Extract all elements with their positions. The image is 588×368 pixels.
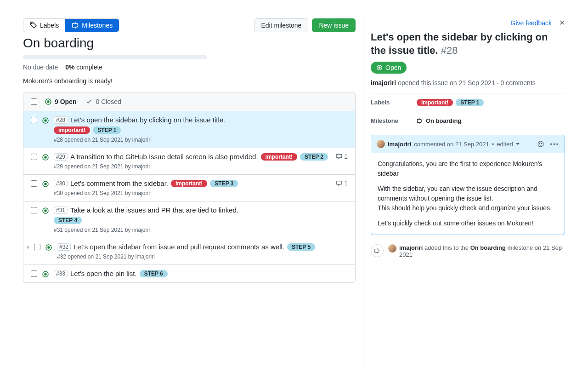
issue-subtext: #29 opened on 21 Sep 2021 by imajoriri xyxy=(54,163,331,170)
tag-icon xyxy=(30,22,37,29)
milestone-description: Mokuren's onboarding is ready! xyxy=(23,77,356,85)
svg-point-2 xyxy=(47,101,49,103)
percent-complete: 0% xyxy=(65,63,74,71)
issue-title[interactable]: Take a look at the issues and PR that ar… xyxy=(70,206,238,214)
svg-point-17 xyxy=(538,141,543,147)
closed-count[interactable]: 0 Closed xyxy=(85,98,121,105)
label-pill[interactable]: STEP 3 xyxy=(210,180,238,187)
comment-count[interactable]: 1 xyxy=(336,179,348,187)
new-issue-button[interactable]: New issue xyxy=(312,18,356,32)
issue-row[interactable]: #30Let's comment from the sidebar.import… xyxy=(23,174,355,201)
issue-subtext: #31 opened on 21 Sep 2021 by imajoriri xyxy=(54,227,348,233)
svg-point-16 xyxy=(379,67,380,69)
label-pill[interactable]: STEP 6 xyxy=(140,270,168,277)
issue-open-icon xyxy=(376,64,383,71)
labels-row: Labels important!STEP 1 xyxy=(371,93,565,112)
label-pill[interactable]: important! xyxy=(171,180,207,187)
issue-list-header: 9 Open 0 Closed xyxy=(23,92,355,111)
label-pill[interactable]: important! xyxy=(261,153,297,161)
smiley-icon[interactable] xyxy=(537,140,544,148)
timeline-item: imajoriri added this to the On boarding … xyxy=(371,244,565,258)
issue-open-icon xyxy=(42,154,49,161)
issue-row[interactable]: #31Take a look at the issues and PR that… xyxy=(23,201,355,238)
milestone-icon xyxy=(72,22,79,29)
milestones-tab-label: Milestones xyxy=(82,22,113,29)
state-badge: Open xyxy=(371,62,407,74)
sidebar-title: Let's open the sidebar by clicking on th… xyxy=(371,31,565,57)
open-count[interactable]: 9 Open xyxy=(45,98,76,105)
avatar[interactable] xyxy=(388,244,396,253)
milestone-icon xyxy=(374,247,380,254)
svg-point-14 xyxy=(45,273,46,275)
label-pill[interactable]: STEP 1 xyxy=(456,99,484,106)
row-checkbox[interactable] xyxy=(31,270,37,277)
issue-title[interactable]: Let's comment from the sidebar. xyxy=(70,179,168,187)
issue-subtext: #30 opened on 21 Sep 2021 by imajoriri xyxy=(54,190,331,196)
sidebar: Give feedback ✕ Let's open the sidebar b… xyxy=(363,18,565,368)
avatar[interactable] xyxy=(377,140,385,148)
give-feedback-link[interactable]: Give feedback xyxy=(511,19,552,27)
label-pill[interactable]: important! xyxy=(417,99,453,106)
issue-row[interactable]: #28Let's open the sidebar by clicking on… xyxy=(23,111,355,148)
timeline-milestone-link[interactable]: On boarding xyxy=(470,244,506,251)
issue-open-icon xyxy=(42,117,49,124)
milestones-tab[interactable]: Milestones xyxy=(65,19,119,32)
issue-title[interactable]: A transition to the GitHub Issue detail … xyxy=(70,153,258,161)
label-pill[interactable]: STEP 2 xyxy=(300,153,328,161)
main-panel: Labels Milestones Edit milestone New iss… xyxy=(23,18,356,368)
comment-author[interactable]: imajoriri xyxy=(388,141,411,148)
label-pill[interactable]: important! xyxy=(54,126,90,134)
caret-down-icon[interactable] xyxy=(516,142,520,146)
comment: imajoriri commented on 21 Sep 2021 • edi… xyxy=(371,135,565,235)
row-checkbox[interactable] xyxy=(34,244,40,250)
issue-number: #29 xyxy=(54,153,68,161)
edited-dropdown[interactable]: edited xyxy=(497,141,513,148)
drag-handle-icon[interactable]: ⠿ xyxy=(26,246,29,251)
issue-row[interactable]: ⠿#32Let's open the sidebar from issue an… xyxy=(23,238,355,264)
labels-tab[interactable]: Labels xyxy=(23,19,65,32)
row-checkbox[interactable] xyxy=(31,117,37,123)
label-pill[interactable]: STEP 1 xyxy=(93,126,121,134)
sidebar-author[interactable]: imajoriri xyxy=(371,79,396,86)
issue-open-icon xyxy=(42,180,49,188)
comment-header: imajoriri commented on 21 Sep 2021 • edi… xyxy=(371,135,565,153)
svg-point-19 xyxy=(542,143,543,144)
milestone-meta: No due date 0% complete xyxy=(23,63,356,71)
labels-tab-label: Labels xyxy=(40,22,59,29)
sidebar-meta: imajoriri opened this issue on 21 Sep 20… xyxy=(371,79,565,93)
issue-number: #33 xyxy=(54,270,68,277)
milestone-link[interactable]: On boarding xyxy=(426,117,461,124)
edit-milestone-button[interactable]: Edit milestone xyxy=(254,18,308,32)
svg-point-12 xyxy=(48,247,50,248)
milestone-icon xyxy=(417,118,423,124)
issue-list: 9 Open 0 Closed #28Let's open the sideba… xyxy=(23,92,356,283)
timeline-badge xyxy=(371,244,384,257)
issue-row[interactable]: #33Let's open the pin list.STEP 6 xyxy=(23,264,355,282)
kebab-icon[interactable]: ••• xyxy=(550,141,559,148)
issue-title[interactable]: Let's open the sidebar by clicking on th… xyxy=(70,116,225,124)
issue-open-icon xyxy=(45,244,52,251)
milestone-row: Milestone On boarding xyxy=(371,112,565,130)
issue-subtext: #32 opened on 21 Sep 2021 by imajoriri xyxy=(57,253,348,260)
issue-row[interactable]: #29A transition to the GitHub Issue deta… xyxy=(23,148,355,174)
issue-number: #32 xyxy=(57,243,71,251)
close-icon[interactable]: ✕ xyxy=(559,18,565,27)
comment-count[interactable]: 1 xyxy=(336,153,348,160)
comment-icon xyxy=(336,180,342,186)
row-checkbox[interactable] xyxy=(31,207,37,213)
issue-open-icon xyxy=(42,207,49,214)
issue-open-icon xyxy=(42,270,49,278)
svg-point-4 xyxy=(45,120,46,121)
row-checkbox[interactable] xyxy=(31,154,37,160)
label-pill[interactable]: STEP 5 xyxy=(287,243,315,251)
issue-title[interactable]: Let's open the sidebar from issue and pu… xyxy=(74,243,284,251)
due-date: No due date xyxy=(23,63,58,71)
issue-title[interactable]: Let's open the pin list. xyxy=(70,270,137,277)
svg-point-6 xyxy=(45,156,46,158)
label-pill[interactable]: STEP 4 xyxy=(54,217,82,224)
select-all-checkbox[interactable] xyxy=(31,98,37,105)
sidebar-issue-number: #28 xyxy=(441,45,458,56)
comment-icon xyxy=(336,153,342,160)
row-checkbox[interactable] xyxy=(31,180,37,187)
timeline-author[interactable]: imajoriri xyxy=(399,244,423,251)
